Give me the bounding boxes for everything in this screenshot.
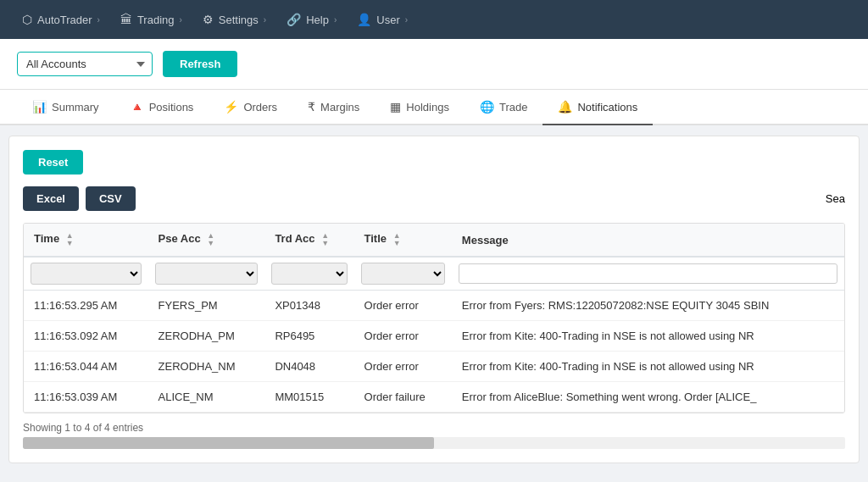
cell-time: 11:16:53.039 AM: [24, 382, 148, 413]
trade-icon: 🌐: [480, 100, 494, 114]
nav-label-trading: Trading: [137, 14, 175, 26]
filter-select-pse-acc[interactable]: [155, 263, 259, 285]
cell-trd_acc: DN4048: [264, 352, 353, 382]
cell-trd_acc: RP6495: [264, 321, 353, 352]
tab-label-orders: Orders: [243, 101, 277, 114]
chevron-icon-trading: ›: [180, 15, 182, 25]
table-header-row: Time ▲▼ Pse Acc ▲▼ Trd Acc ▲▼ Title ▲▼: [24, 224, 844, 257]
cell-pse_acc: ZERODHA_NM: [148, 352, 265, 382]
table-row: 11:16:53.295 AMFYERS_PMXP01348Order erro…: [24, 291, 844, 321]
table-body: 11:16:53.295 AMFYERS_PMXP01348Order erro…: [24, 291, 844, 413]
cell-time: 11:16:53.295 AM: [24, 291, 148, 321]
col-header-pse-acc[interactable]: Pse Acc ▲▼: [148, 224, 265, 257]
nav-label-user: User: [376, 14, 399, 26]
chevron-icon-settings: ›: [264, 15, 266, 25]
horizontal-scrollbar[interactable]: [23, 437, 845, 449]
excel-button[interactable]: Excel: [23, 186, 79, 211]
filter-input-message[interactable]: [459, 263, 837, 284]
reset-button[interactable]: Reset: [23, 150, 83, 175]
nav-item-settings[interactable]: ⚙ Settings ›: [194, 8, 275, 31]
table-row: 11:16:53.092 AMZERODHA_PMRP6495Order err…: [24, 321, 844, 352]
tab-trade[interactable]: 🌐 Trade: [465, 90, 542, 125]
cell-trd_acc: XP01348: [264, 291, 353, 321]
col-header-time[interactable]: Time ▲▼: [24, 224, 148, 257]
filter-cell-title: [354, 257, 452, 291]
tab-notifications[interactable]: 🔔 Notifications: [542, 90, 653, 125]
sort-arrows-pse-acc: ▲▼: [207, 232, 214, 247]
table-row: 11:16:53.039 AMALICE_NMMM01515Order fail…: [24, 382, 844, 413]
trading-icon: 🏛: [120, 13, 132, 26]
autotrader-icon: ⬡: [22, 13, 32, 26]
table-row: 11:16:53.044 AMZERODHA_NMDN4048Order err…: [24, 352, 844, 382]
tab-summary[interactable]: 📊 Summary: [17, 90, 114, 125]
sort-arrows-trd-acc: ▲▼: [321, 232, 329, 247]
nav-item-user[interactable]: 👤 User ›: [348, 8, 416, 31]
tab-orders[interactable]: ⚡ Orders: [209, 90, 292, 125]
tabs-bar: 📊 Summary 🔺 Positions ⚡ Orders ₹ Margins…: [0, 90, 868, 125]
margins-icon: ₹: [308, 100, 315, 114]
cell-title: Order error: [354, 321, 452, 352]
filter-select-title[interactable]: [361, 263, 445, 285]
nav-item-autotrader[interactable]: ⬡ AutoTrader ›: [14, 8, 108, 31]
sort-arrows-title: ▲▼: [393, 232, 401, 247]
action-row: Reset: [23, 150, 845, 175]
search-label: Sea: [826, 192, 845, 205]
tab-label-holdings: Holdings: [406, 101, 449, 114]
filter-select-trd-acc[interactable]: [271, 263, 347, 285]
cell-trd_acc: MM01515: [264, 382, 353, 413]
csv-button[interactable]: CSV: [86, 186, 136, 211]
notifications-table: Time ▲▼ Pse Acc ▲▼ Trd Acc ▲▼ Title ▲▼: [24, 224, 844, 413]
cell-message: Error from Fyers: RMS:12205072082:NSE EQ…: [452, 291, 844, 321]
tab-label-summary: Summary: [52, 101, 99, 114]
filter-cell-time: [24, 257, 148, 291]
toolbar: All Accounts Refresh: [0, 39, 868, 90]
orders-icon: ⚡: [224, 100, 238, 114]
user-icon: 👤: [357, 13, 371, 26]
notifications-table-wrapper: Time ▲▼ Pse Acc ▲▼ Trd Acc ▲▼ Title ▲▼: [23, 223, 845, 413]
cell-time: 11:16:53.044 AM: [24, 352, 148, 382]
cell-pse_acc: ALICE_NM: [148, 382, 265, 413]
summary-icon: 📊: [32, 100, 47, 114]
scrollbar-thumb[interactable]: [23, 437, 434, 449]
tab-positions[interactable]: 🔺 Positions: [114, 90, 209, 125]
nav-item-trading[interactable]: 🏛 Trading ›: [112, 8, 191, 31]
filter-cell-trd-acc: [264, 257, 353, 291]
cell-title: Order failure: [354, 382, 452, 413]
cell-message: Error from Kite: 400-Trading in NSE is n…: [452, 321, 844, 352]
nav-label-settings: Settings: [219, 14, 259, 26]
chevron-icon-user: ›: [405, 15, 408, 25]
holdings-icon: ▦: [390, 100, 401, 114]
cell-title: Order error: [354, 352, 452, 382]
accounts-select[interactable]: All Accounts: [17, 52, 153, 76]
export-row: Excel CSV Sea: [23, 186, 845, 211]
cell-time: 11:16:53.092 AM: [24, 321, 148, 352]
table-filter-row: [24, 257, 844, 291]
content-area: Reset Excel CSV Sea Time ▲▼ Pse Acc ▲▼: [8, 136, 860, 463]
filter-cell-message: [452, 257, 844, 291]
tab-label-trade: Trade: [499, 101, 527, 114]
col-header-trd-acc[interactable]: Trd Acc ▲▼: [264, 224, 353, 257]
cell-message: Error from AliceBlue: Something went wro…: [452, 382, 844, 413]
col-header-message: Message: [452, 224, 844, 257]
tab-margins[interactable]: ₹ Margins: [292, 90, 375, 125]
cell-pse_acc: FYERS_PM: [148, 291, 265, 321]
tab-label-notifications: Notifications: [577, 101, 637, 114]
help-icon: 🔗: [287, 13, 301, 26]
sort-arrows-time: ▲▼: [66, 232, 74, 247]
tab-label-positions: Positions: [149, 101, 194, 114]
col-header-title[interactable]: Title ▲▼: [354, 224, 452, 257]
chevron-icon-help: ›: [334, 15, 337, 25]
pagination-info: Showing 1 to 4 of 4 entries: [23, 422, 845, 434]
notifications-icon: 🔔: [558, 100, 572, 114]
positions-icon: 🔺: [130, 100, 144, 114]
tab-label-margins: Margins: [320, 101, 359, 114]
nav-item-help[interactable]: 🔗 Help ›: [278, 8, 345, 31]
cell-message: Error from Kite: 400-Trading in NSE is n…: [452, 352, 844, 382]
refresh-button[interactable]: Refresh: [163, 51, 237, 77]
filter-cell-pse-acc: [148, 257, 265, 291]
filter-select-time[interactable]: [31, 263, 142, 285]
cell-pse_acc: ZERODHA_PM: [148, 321, 265, 352]
top-navigation: ⬡ AutoTrader › 🏛 Trading › ⚙ Settings › …: [0, 0, 868, 39]
tab-holdings[interactable]: ▦ Holdings: [375, 90, 465, 125]
search-area: Sea: [826, 192, 845, 205]
